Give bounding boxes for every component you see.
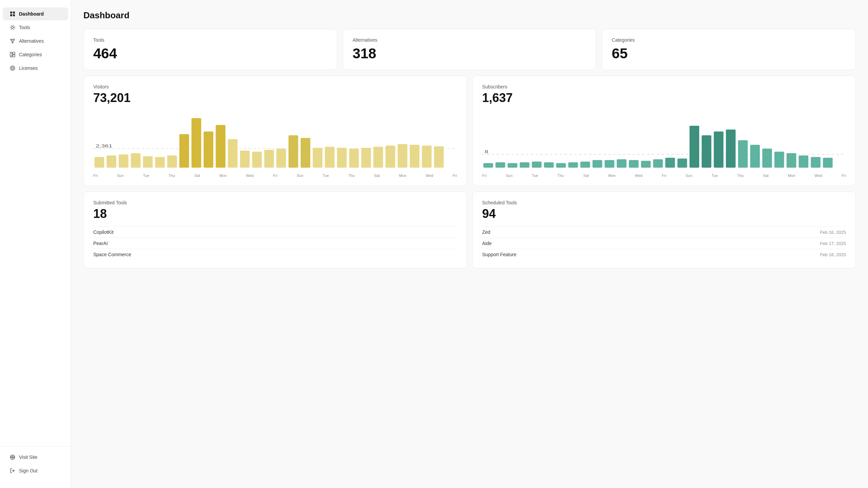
charts-row: Visitors 73,201 2,361 — [83, 76, 856, 186]
svg-rect-49 — [422, 146, 432, 168]
visitors-chart-area: 2,361 — [93, 110, 457, 171]
svg-rect-39 — [301, 138, 311, 168]
list-item: CopilotKit — [93, 226, 457, 238]
sidebar-item-licenses[interactable]: Licenses — [3, 62, 68, 75]
list-item-name: CopilotKit — [93, 229, 114, 235]
svg-rect-41 — [325, 147, 335, 168]
list-item-name: Space Commerce — [93, 252, 131, 257]
svg-rect-31 — [203, 131, 213, 168]
visitors-chart-svg: 2,361 — [93, 110, 457, 171]
list-item-date: Feb 17, 2025 — [820, 241, 846, 246]
submitted-tools-value: 18 — [93, 207, 457, 221]
svg-rect-69 — [677, 159, 687, 168]
visitors-value: 73,201 — [93, 91, 457, 105]
svg-rect-50 — [434, 146, 444, 168]
svg-rect-56 — [520, 162, 530, 168]
sidebar-item-visit-site-label: Visit Site — [19, 454, 37, 460]
svg-rect-2 — [10, 14, 12, 16]
stat-card-categories: Categories 65 — [602, 29, 856, 70]
svg-rect-79 — [799, 156, 809, 168]
svg-rect-54 — [495, 162, 505, 168]
svg-rect-47 — [398, 144, 408, 168]
svg-rect-75 — [750, 145, 760, 168]
svg-line-11 — [13, 40, 14, 42]
svg-rect-70 — [690, 126, 699, 168]
svg-text:2,361: 2,361 — [96, 144, 112, 148]
alternatives-icon — [9, 38, 16, 44]
svg-point-8 — [12, 42, 13, 43]
sidebar-item-alternatives-label: Alternatives — [19, 38, 44, 44]
svg-rect-55 — [508, 163, 517, 168]
sidebar-item-categories-label: Categories — [19, 52, 42, 57]
visitors-chart-card: Visitors 73,201 2,361 — [83, 76, 467, 186]
svg-rect-65 — [629, 160, 639, 168]
sidebar-item-visit-site[interactable]: Visit Site — [3, 451, 68, 464]
sidebar-item-sign-out[interactable]: Sign Out — [3, 464, 68, 477]
svg-rect-30 — [192, 118, 201, 168]
svg-rect-76 — [762, 149, 772, 168]
dashboard-icon — [9, 11, 16, 17]
sidebar: Dashboard Tools — [0, 0, 71, 488]
page-title: Dashboard — [83, 10, 856, 21]
list-item-name: Aide — [482, 241, 492, 246]
svg-point-16 — [12, 67, 14, 69]
list-item-name: PearAI — [93, 241, 108, 246]
sidebar-item-categories[interactable]: Categories — [3, 48, 68, 61]
stat-value-tools: 464 — [93, 45, 328, 62]
stat-value-categories: 65 — [612, 45, 846, 62]
stat-card-tools: Tools 464 — [83, 29, 337, 70]
svg-rect-12 — [10, 52, 12, 57]
svg-rect-22 — [95, 157, 104, 168]
svg-rect-71 — [702, 135, 711, 168]
list-item-date: Feb 18, 2025 — [820, 252, 846, 257]
scheduled-tools-value: 94 — [482, 207, 846, 221]
submitted-tools-label: Submitted Tools — [93, 200, 457, 205]
list-item-date: Feb 16, 2025 — [820, 230, 846, 235]
svg-rect-67 — [653, 159, 663, 168]
svg-rect-58 — [544, 162, 554, 168]
list-item: Support Feature Feb 18, 2025 — [482, 249, 846, 260]
list-item: Aide Feb 17, 2025 — [482, 238, 846, 249]
svg-rect-80 — [811, 157, 821, 168]
svg-rect-28 — [167, 156, 177, 168]
sidebar-item-tools[interactable]: Tools — [3, 21, 68, 34]
submitted-tools-card: Submitted Tools 18 CopilotKit PearAI Spa… — [83, 191, 467, 268]
sidebar-item-sign-out-label: Sign Out — [19, 468, 37, 473]
sidebar-nav: Dashboard Tools — [0, 7, 71, 443]
svg-rect-27 — [155, 157, 165, 168]
svg-rect-26 — [143, 156, 153, 168]
svg-rect-60 — [568, 162, 578, 168]
subscribers-chart-svg: 8 — [482, 110, 846, 171]
sidebar-item-tools-label: Tools — [19, 25, 30, 30]
svg-rect-61 — [580, 162, 590, 168]
sidebar-item-alternatives[interactable]: Alternatives — [3, 35, 68, 47]
stat-label-alternatives: Alternatives — [353, 37, 587, 43]
sidebar-item-dashboard[interactable]: Dashboard — [3, 7, 68, 20]
svg-rect-13 — [13, 52, 15, 54]
svg-rect-77 — [774, 152, 784, 168]
stat-label-tools: Tools — [93, 37, 328, 43]
svg-rect-46 — [386, 146, 395, 168]
svg-rect-63 — [605, 160, 614, 168]
svg-rect-78 — [787, 153, 796, 168]
list-item: PearAI — [93, 238, 457, 249]
list-item-name: Support Feature — [482, 252, 516, 257]
svg-rect-1 — [13, 12, 15, 14]
svg-point-4 — [12, 26, 14, 28]
svg-rect-29 — [179, 134, 189, 168]
scheduled-tools-label: Scheduled Tools — [482, 200, 846, 205]
svg-rect-14 — [13, 55, 15, 57]
subscribers-label: Subscribers — [482, 84, 846, 89]
svg-rect-74 — [738, 140, 748, 168]
svg-point-5 — [11, 25, 15, 30]
svg-rect-64 — [617, 159, 627, 168]
tools-icon — [9, 24, 16, 30]
visitors-label: Visitors — [93, 84, 457, 89]
svg-rect-53 — [484, 163, 493, 168]
list-item: Space Commerce — [93, 249, 457, 260]
svg-rect-25 — [131, 153, 141, 168]
svg-rect-32 — [216, 125, 225, 168]
visit-site-icon — [9, 454, 16, 460]
licenses-icon — [9, 65, 16, 71]
svg-rect-36 — [264, 150, 274, 168]
